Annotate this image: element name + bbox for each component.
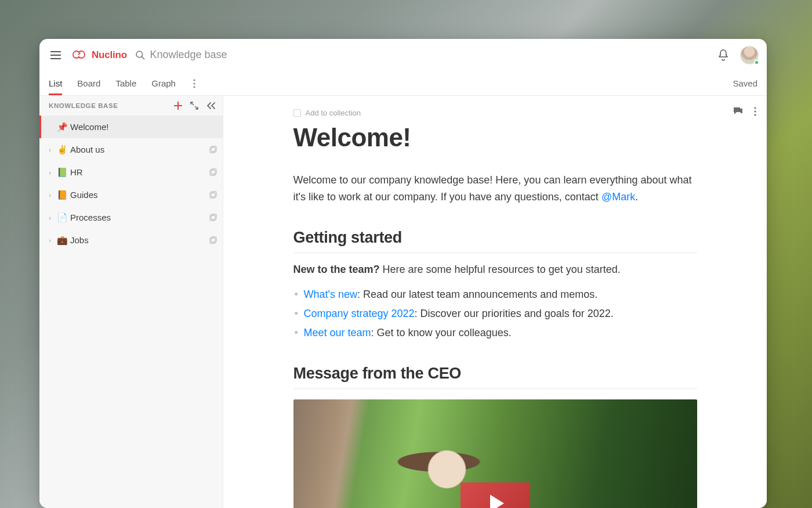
sidebar-item-label: Jobs — [70, 235, 207, 245]
play-button[interactable] — [461, 482, 530, 508]
link-meet-our-team[interactable]: Meet our team — [304, 327, 371, 338]
bullet-list: What's new: Read our latest team announc… — [293, 286, 697, 341]
sidebar-item-guides[interactable]: › 📙 Guides — [39, 183, 223, 206]
emoji-icon: 📄 — [56, 212, 68, 223]
collapse-sidebar-button[interactable] — [206, 102, 216, 109]
emoji-icon: ✌️ — [56, 145, 68, 155]
svg-point-0 — [136, 51, 143, 57]
svg-point-16 — [754, 114, 756, 116]
tab-list[interactable]: List — [49, 71, 62, 95]
sidebar-header: KNOWLEDGE BASE — [39, 96, 223, 116]
emoji-icon: 📙 — [56, 190, 68, 200]
sidebar: KNOWLEDGE BASE 📌 Welco — [39, 96, 223, 508]
topbar-right — [718, 46, 759, 64]
chevron-right-icon: › — [47, 146, 53, 153]
sidebar-item-processes[interactable]: › 📄 Processes — [39, 206, 223, 229]
brain-icon — [72, 49, 88, 61]
topbar: Nuclino — [39, 39, 767, 71]
sidebar-item-label: HR — [70, 167, 207, 177]
list-item[interactable]: What's new: Read our latest team announc… — [304, 286, 697, 303]
link-whats-new[interactable]: What's new — [304, 289, 357, 300]
sidebar-item-jobs[interactable]: › 💼 Jobs — [39, 229, 223, 251]
add-to-collection-button[interactable]: Add to collection — [293, 109, 697, 117]
add-to-collection-label: Add to collection — [306, 109, 361, 117]
presence-indicator — [754, 60, 759, 65]
mention-mark[interactable]: @Mark — [601, 191, 635, 203]
section-heading-getting-started[interactable]: Getting started — [293, 229, 697, 253]
bell-icon — [718, 49, 728, 61]
sidebar-item-about-us[interactable]: › ✌️ About us — [39, 138, 223, 161]
add-item-button[interactable] — [174, 102, 182, 110]
plus-icon — [174, 102, 182, 110]
svg-point-1 — [193, 79, 195, 81]
expand-button[interactable] — [190, 102, 198, 110]
intro-text-post: . — [635, 191, 638, 203]
sidebar-item-label: Guides — [70, 190, 207, 200]
list-item[interactable]: Meet our team: Get to know your colleagu… — [304, 325, 697, 341]
chevron-right-icon: › — [47, 214, 53, 221]
main-content: Add to collection Welcome! Welcome to ou… — [223, 96, 767, 508]
section-heading-ceo-message[interactable]: Message from the CEO — [293, 365, 697, 389]
doc-title[interactable]: Welcome! — [293, 123, 697, 152]
view-tabs: List Board Table Graph — [49, 71, 198, 95]
brand-logo[interactable]: Nuclino — [72, 49, 127, 61]
document: Add to collection Welcome! Welcome to ou… — [293, 96, 697, 508]
sidebar-item-hr[interactable]: › 📗 HR — [39, 161, 223, 183]
expand-icon — [190, 102, 198, 110]
menu-button[interactable] — [48, 47, 64, 63]
svg-point-3 — [193, 86, 195, 88]
svg-point-2 — [193, 82, 195, 84]
sidebar-item-label: Processes — [70, 212, 207, 222]
svg-point-14 — [754, 107, 756, 109]
search-icon — [135, 50, 146, 60]
svg-point-15 — [754, 110, 756, 112]
tab-board[interactable]: Board — [77, 71, 100, 95]
sidebar-title: KNOWLEDGE BASE — [49, 102, 118, 109]
notifications-button[interactable] — [718, 49, 728, 61]
search — [135, 49, 710, 61]
sidebar-actions — [174, 102, 216, 110]
intro-paragraph[interactable]: Welcome to our company knowledge base! H… — [293, 172, 697, 206]
bullet-rest: : Read our latest team announcements and… — [357, 289, 597, 300]
save-status: Saved — [733, 78, 757, 88]
hamburger-icon — [50, 51, 61, 59]
doc-more-button[interactable] — [754, 107, 756, 116]
lead-rest: Here are some helpful resources to get y… — [380, 264, 621, 275]
comments-button[interactable] — [733, 106, 742, 116]
tabs-row: List Board Table Graph Saved — [39, 71, 767, 96]
link-company-strategy[interactable]: Company strategy 2022 — [304, 308, 415, 319]
cards-icon — [209, 214, 217, 221]
lead-strong: New to the team? — [293, 264, 380, 275]
tabs-more-button[interactable] — [191, 77, 198, 91]
emoji-icon: 💼 — [56, 235, 68, 246]
sidebar-tree: 📌 Welcome! › ✌️ About us › 📗 HR › — [39, 116, 223, 251]
chevron-double-left-icon — [206, 102, 216, 109]
brand-name: Nuclino — [92, 49, 127, 61]
video-embed[interactable] — [293, 399, 697, 508]
cards-icon — [209, 191, 217, 199]
sidebar-item-label: About us — [70, 145, 207, 154]
chevron-right-icon: › — [47, 169, 53, 176]
chevron-right-icon: › — [47, 192, 53, 199]
search-input[interactable] — [150, 49, 710, 61]
cards-icon — [209, 168, 217, 176]
user-avatar[interactable] — [740, 46, 759, 64]
bullet-rest: : Discover our priorities and goals for … — [415, 308, 614, 319]
play-icon — [490, 495, 504, 508]
sidebar-item-welcome[interactable]: 📌 Welcome! — [39, 116, 223, 138]
sidebar-item-label: Welcome! — [70, 122, 217, 132]
emoji-icon: 📗 — [56, 167, 68, 178]
section1-lead[interactable]: New to the team? Here are some helpful r… — [293, 264, 697, 276]
tab-table[interactable]: Table — [115, 71, 136, 95]
doc-actions — [733, 106, 756, 116]
more-vertical-icon — [193, 79, 195, 88]
bullet-rest: : Get to know your colleagues. — [371, 327, 512, 338]
body: KNOWLEDGE BASE 📌 Welco — [39, 96, 767, 508]
list-item[interactable]: Company strategy 2022: Discover our prio… — [304, 305, 697, 322]
more-vertical-icon — [754, 107, 756, 116]
chevron-right-icon: › — [47, 237, 53, 244]
tab-graph[interactable]: Graph — [151, 71, 176, 95]
app-window: Nuclino List Board Table Graph Save — [39, 39, 767, 508]
pin-icon: 📌 — [56, 122, 68, 132]
cards-icon — [209, 146, 217, 153]
